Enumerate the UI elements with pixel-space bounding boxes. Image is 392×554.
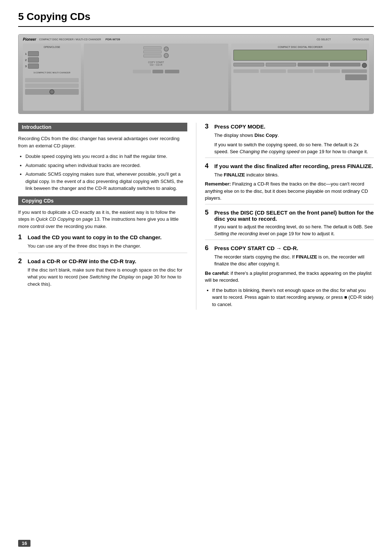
step-1-header: 1 Load the CD you want to copy in to the… <box>18 233 187 241</box>
cd-select-label: CD SELECT <box>317 38 331 41</box>
content-columns: Introduction Recording CDs from the disc… <box>18 123 374 310</box>
recorder-section: COMPACT DISC DIGITAL RECORDER <box>231 44 369 111</box>
copying-cds-header: Copying CDs <box>18 196 187 205</box>
step-5-title: Press the DISC (CD SELECT on the front p… <box>215 209 374 222</box>
step-6-bullets: If the button is blinking, there's not e… <box>205 287 374 308</box>
step-3-title: Press COPY MODE. <box>215 123 266 130</box>
device-type-label: COMPACT DISC RECORDER / MULTI-CD CHANGER <box>39 38 101 41</box>
bullet-1: Double speed copying lets you record a d… <box>25 153 187 160</box>
left-column: Introduction Recording CDs from the disc… <box>18 123 187 310</box>
step-3: 3 Press COPY MODE. The display shows Dis… <box>205 123 374 155</box>
step-4-sub: The FINALIZE indicator blinks. <box>205 171 374 179</box>
step-1: 1 Load the CD you want to copy in to the… <box>18 233 187 250</box>
step-4: 4 If you want the disc finalized after r… <box>205 158 374 202</box>
step-3-sub: The display shows Disc Copy. <box>205 132 374 139</box>
center-section: COPY STARTCD→CD-R <box>84 44 228 111</box>
page-number: 16 <box>18 540 30 547</box>
step-5-num: 5 <box>205 209 212 216</box>
open-close-label-right: OPEN/CLOSE <box>352 38 369 41</box>
step-6-careful: Be careful: if there's a playlist progra… <box>205 270 374 284</box>
right-column: 3 Press COPY MODE. The display shows Dis… <box>196 123 374 310</box>
introduction-body: Recording CDs from the disc changer has … <box>18 135 187 149</box>
step-2-title: Load a CD-R or CD-RW into the CD-R tray. <box>28 258 136 264</box>
step-2-body: If the disc isn't blank, make sure that … <box>18 266 187 288</box>
device-model-label: PDR-W739 <box>105 38 120 41</box>
bullet-3: Automatic SCMS copying makes sure that, … <box>25 171 187 192</box>
copying-cds-body: If you want to duplicate a CD exactly as… <box>18 209 187 230</box>
step-5-body: If you want to adjust the recording leve… <box>205 223 374 237</box>
step-4-remember: Remember: Finalizing a CD-R fixes the tr… <box>205 180 374 202</box>
changer-section: OPEN/CLOSE 1 2 3 <box>23 44 81 111</box>
step-6-title: Press COPY START CD → CD-R. <box>215 245 298 251</box>
step-6: 6 Press COPY START CD → CD-R. The record… <box>205 240 374 308</box>
step-3-num: 3 <box>205 123 212 130</box>
step-3-body: If you want to switch the copying speed,… <box>205 141 374 155</box>
step-1-title: Load the CD you want to copy in to the C… <box>28 234 162 240</box>
device-image: Pioneer COMPACT DISC RECORDER / MULTI-CD… <box>18 34 374 114</box>
step-5-header: 5 Press the DISC (CD SELECT on the front… <box>205 204 374 222</box>
introduction-header: Introduction <box>18 123 187 131</box>
step-4-num: 4 <box>205 162 212 170</box>
page: 5 Copying CDs Pioneer COMPACT DISC RECOR… <box>0 0 392 554</box>
introduction-bullets: Double speed copying lets you record a d… <box>18 153 187 192</box>
step-6-num: 6 <box>205 244 212 252</box>
step-2-header: 2 Load a CD-R or CD-RW into the CD-R tra… <box>18 253 187 265</box>
step-1-body: You can use any of the three disc trays … <box>18 243 187 250</box>
step-3-header: 3 Press COPY MODE. <box>205 123 374 130</box>
step-2-num: 2 <box>18 257 25 265</box>
step-6-bullet-1: If the button is blinking, there's not e… <box>212 287 374 308</box>
step-5: 5 Press the DISC (CD SELECT on the front… <box>205 204 374 237</box>
step-6-body: The recorder starts copying the disc. If… <box>205 253 374 268</box>
step-4-title: If you want the disc finalized after rec… <box>215 163 373 169</box>
step-6-header: 6 Press COPY START CD → CD-R. <box>205 240 374 252</box>
step-1-num: 1 <box>18 233 25 241</box>
step-2: 2 Load a CD-R or CD-RW into the CD-R tra… <box>18 253 187 288</box>
pioneer-logo: Pioneer <box>23 37 36 41</box>
chapter-title: 5 Copying CDs <box>18 11 374 27</box>
bullet-2: Automatic spacing when individual tracks… <box>25 162 187 169</box>
step-4-header: 4 If you want the disc finalized after r… <box>205 158 374 170</box>
